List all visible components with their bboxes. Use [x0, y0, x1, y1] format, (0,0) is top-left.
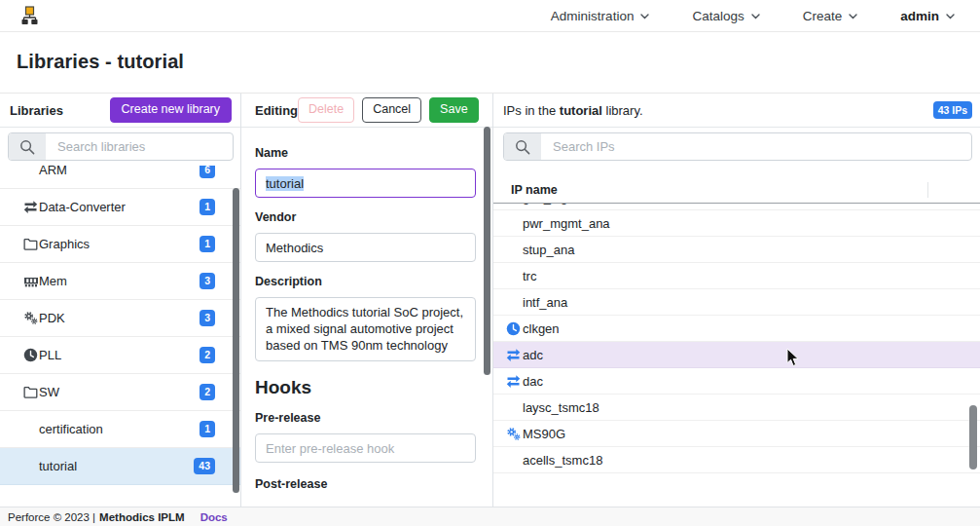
chevron-down-icon: [849, 14, 857, 19]
ip-name: dac: [523, 374, 543, 389]
sidebar-item-sw[interactable]: SW 2: [0, 374, 240, 411]
exchange-icon: [506, 348, 521, 362]
sitemap-logo-icon[interactable]: [21, 6, 38, 25]
exchange-icon: [23, 200, 39, 214]
sidebar-item-pdk[interactable]: PDK 3: [0, 300, 240, 337]
pre-release-input[interactable]: [266, 441, 465, 456]
editing-form: Name tutorial Vendor Description The Met…: [241, 128, 492, 491]
libraries-panel-title: Libraries: [10, 103, 63, 118]
delete-button[interactable]: Delete: [298, 97, 354, 123]
libraries-search-row: [0, 128, 240, 166]
sidebar-item-mem[interactable]: Mem 3: [0, 263, 240, 300]
save-button[interactable]: Save: [429, 97, 479, 123]
library-count-badge: 1: [200, 421, 215, 438]
library-count-badge: 1: [200, 236, 215, 253]
cancel-button[interactable]: Cancel: [362, 97, 421, 123]
nav-menu: Administration Catalogs Create admin: [551, 9, 955, 23]
sidebar-item-pll[interactable]: PLL 2: [0, 337, 240, 374]
library-name: Graphics: [39, 237, 90, 251]
ip-count-badge: 43 IPs: [933, 101, 972, 119]
search-icon: [504, 133, 541, 160]
footer-brand: Methodics IPLM: [99, 511, 185, 523]
ip-name-column-header: IP name: [511, 183, 558, 197]
nav-item-catalogs[interactable]: Catalogs: [692, 9, 759, 23]
chevron-down-icon: [640, 14, 649, 19]
sidebar-item-graphics[interactable]: Graphics 1: [0, 226, 240, 263]
ip-row-trc[interactable]: trc: [493, 263, 980, 289]
library-name: Data-Converter: [39, 200, 126, 214]
ip-name: clkgen: [523, 321, 560, 336]
ip-row-intf_ana[interactable]: intf_ana: [493, 289, 980, 316]
ip-name: pwr_mgmt_ana: [523, 216, 610, 231]
name-field-value: tutorial: [266, 176, 304, 191]
nav-item-create[interactable]: Create: [803, 9, 858, 23]
description-field-label: Description: [255, 275, 476, 288]
search-ips-input[interactable]: [541, 133, 971, 160]
sidebar-item-certification[interactable]: certification 1: [0, 411, 240, 448]
exchange-icon: [506, 374, 521, 389]
ip-row-pwr_mgmt_ana[interactable]: pwr_mgmt_ana: [493, 210, 980, 237]
pre-release-field[interactable]: [255, 433, 476, 463]
library-name: PDK: [39, 311, 65, 325]
libraries-panel-header: Libraries Create new library: [0, 94, 240, 128]
post-release-label: Post-release: [255, 477, 476, 491]
vendor-field-input[interactable]: [266, 241, 465, 255]
nav-item-administration[interactable]: Administration: [551, 9, 650, 23]
ip-name: laysc_tsmc18: [523, 400, 599, 415]
library-name: certification: [39, 422, 103, 436]
gears-icon: [23, 311, 39, 325]
ip-name: MS90G: [523, 427, 565, 441]
sidebar-item-tutorial[interactable]: tutorial 43: [0, 448, 240, 485]
top-navbar: Administration Catalogs Create admin: [0, 0, 980, 32]
sidebar-item-arm[interactable]: ARM 6: [0, 166, 240, 189]
ips-panel-title: IPs in the tutorial library.: [503, 103, 643, 118]
ip-row-ms90g[interactable]: MS90G: [493, 421, 980, 447]
ip-row-stup_ana[interactable]: stup_ana: [493, 237, 980, 263]
ip-name: stup_ana: [523, 243, 575, 257]
library-name: tutorial: [39, 459, 77, 473]
nav-item-admin[interactable]: admin: [900, 9, 955, 23]
editing-scrollbar[interactable]: [484, 127, 490, 375]
ip-row-adc[interactable]: adc: [493, 342, 980, 368]
chevron-down-icon: [751, 14, 760, 19]
vendor-field[interactable]: [255, 233, 476, 262]
ip-row-clkgen[interactable]: clkgen: [493, 316, 980, 342]
library-name: PLL: [39, 348, 61, 362]
folder-icon: [23, 385, 39, 399]
library-count-badge: 3: [200, 273, 215, 290]
hooks-section-title: Hooks: [255, 377, 476, 398]
editing-panel-title: Editing: [255, 103, 298, 118]
libraries-search-box: [8, 132, 234, 161]
library-count-badge: 43: [194, 458, 215, 475]
ip-name: acells_tsmc18: [523, 453, 602, 468]
memory-icon: [23, 274, 39, 289]
editing-panel-header: Editing Delete Cancel Save: [241, 94, 492, 128]
footer: Perforce © 2023 | Methodics IPLM Docs: [0, 507, 980, 526]
ip-row-gen_dig[interactable]: gen_dig: [493, 204, 980, 210]
ip-list: gen_dig pwr_mgmt_ana stup_ana trc intf_a…: [493, 204, 980, 507]
editing-panel: Editing Delete Cancel Save Name tutorial…: [241, 94, 493, 507]
library-name: SW: [39, 385, 59, 399]
name-field[interactable]: tutorial: [255, 169, 476, 198]
ip-row-acells_tsmc18[interactable]: acells_tsmc18: [493, 447, 980, 473]
create-new-library-button[interactable]: Create new library: [110, 97, 232, 123]
page-title: Libraries - tutorial: [17, 51, 980, 73]
ip-name: trc: [523, 269, 536, 283]
ips-scrollbar[interactable]: [969, 405, 977, 470]
description-field[interactable]: The Methodics tutorial SoC project, a mi…: [255, 297, 476, 361]
vendor-field-label: Vendor: [255, 210, 476, 224]
library-name: ARM: [39, 166, 67, 177]
libraries-scrollbar[interactable]: [233, 188, 239, 493]
clock-icon: [506, 321, 521, 336]
sidebar-item-data-converter[interactable]: Data-Converter 1: [0, 189, 240, 226]
docs-link[interactable]: Docs: [200, 511, 228, 523]
library-name: Mem: [39, 274, 67, 288]
ip-row-dac[interactable]: dac: [493, 368, 980, 394]
search-libraries-input[interactable]: [46, 133, 234, 160]
ip-name: gen_dig: [523, 204, 567, 205]
library-count-badge: 3: [200, 310, 215, 327]
ip-name: intf_ana: [523, 295, 567, 310]
ip-row-laysc_tsmc18[interactable]: laysc_tsmc18: [493, 394, 980, 421]
library-count-badge: 2: [200, 347, 215, 364]
ips-panel-header: IPs in the tutorial library. 43 IPs: [493, 94, 980, 128]
